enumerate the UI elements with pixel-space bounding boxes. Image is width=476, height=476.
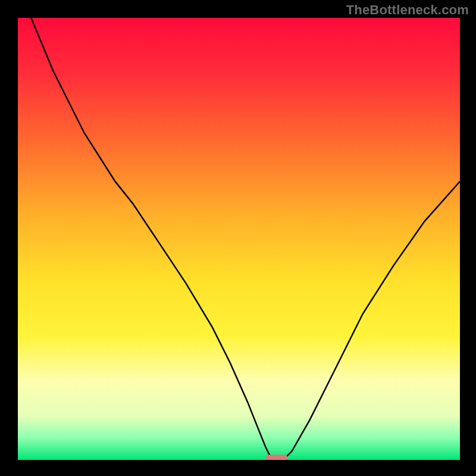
attribution-label: TheBottleneck.com <box>346 2 469 18</box>
chart-frame: TheBottleneck.com <box>0 0 476 476</box>
chart-background <box>18 18 460 460</box>
bottleneck-chart <box>18 18 460 460</box>
optimal-range-marker <box>265 455 287 460</box>
